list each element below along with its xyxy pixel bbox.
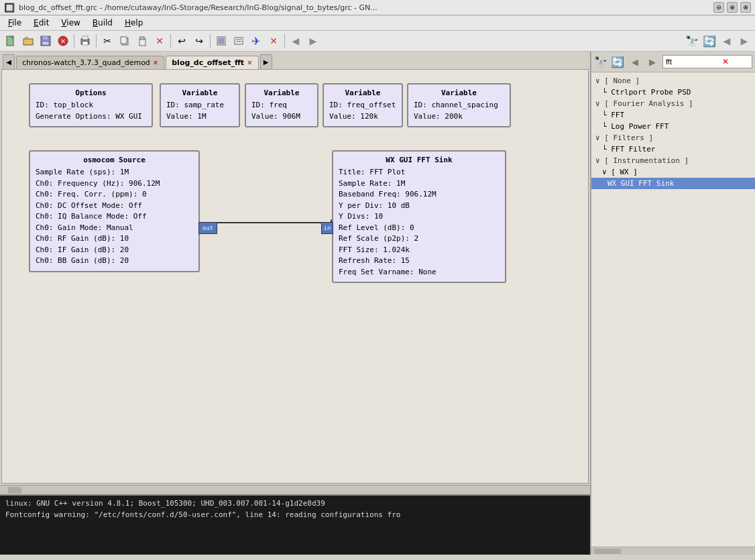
osmocom-row8: Ch0: IF Gain (dB): 20 xyxy=(36,245,193,256)
tree-filters[interactable]: ∨ [ Filters ] xyxy=(591,132,755,144)
fft-sink-in-port[interactable]: in xyxy=(321,222,333,234)
search-clear-icon[interactable]: ✕ xyxy=(722,57,729,66)
variable3-block[interactable]: Variable ID: freq_offset Value: 120k xyxy=(323,83,403,127)
toolbar-sep1 xyxy=(74,34,74,48)
tree-wx-gui-fft-sink[interactable]: WX GUI FFT Sink xyxy=(591,178,755,189)
tab-chronos-close[interactable]: ✕ xyxy=(153,59,158,66)
svg-rect-10 xyxy=(82,36,88,40)
delete-button[interactable]: ✕ xyxy=(152,33,168,49)
variable4-block[interactable]: Variable ID: channel_spacing Value: 200k xyxy=(407,83,511,127)
variable2-row1: ID: freq xyxy=(251,100,312,111)
save-button[interactable] xyxy=(38,33,54,49)
cut-button[interactable]: ✂ xyxy=(99,33,115,49)
tree-logpower[interactable]: └ Log Power FFT xyxy=(591,121,755,132)
nav-right-button[interactable]: ▶ xyxy=(305,33,321,49)
menu-edit[interactable]: Edit xyxy=(28,17,54,29)
osmocom-block[interactable]: osmocom Source Sample Rate (sps): 1M Ch0… xyxy=(29,150,200,272)
window-icon: 🔲 xyxy=(4,3,15,13)
tree-wx[interactable]: ∨ [ WX ] xyxy=(591,166,755,178)
svg-text:✕: ✕ xyxy=(60,38,66,45)
fft-row2: Sample Rate: 1M xyxy=(339,178,500,190)
right-btn1[interactable]: ◀ xyxy=(628,54,642,69)
fft-row1: Title: FFT Plot xyxy=(339,167,500,178)
redo-button[interactable]: ↪ xyxy=(191,33,207,49)
options-block[interactable]: Options ID: top_block Generate Options: … xyxy=(29,83,153,127)
tree-none[interactable]: ∨ [ None ] xyxy=(591,75,755,87)
svg-rect-5 xyxy=(43,36,48,40)
toolbar-right-btn2[interactable]: ▶ xyxy=(736,33,752,49)
variable1-block[interactable]: Variable ID: samp_rate Value: 1M xyxy=(160,83,240,127)
toolbar-sep3 xyxy=(170,34,171,48)
tree-fft-filter[interactable]: └ FFT Filter xyxy=(591,144,755,155)
block-btn1[interactable] xyxy=(213,33,229,49)
fft-row6: Ref Level (dB): 0 xyxy=(339,223,500,234)
run-button[interactable]: ✈ xyxy=(248,33,264,49)
tab-blog-label: blog_dc_offset_fft xyxy=(172,58,244,67)
variable1-title: Variable xyxy=(166,89,233,97)
new-button[interactable] xyxy=(3,33,19,49)
tab-nav-left[interactable]: ◀ xyxy=(3,54,15,69)
toolbar-right-btn1[interactable]: ◀ xyxy=(719,33,735,49)
tab-chronos-label: chronos-watch_3.7.3_quad_demod xyxy=(22,58,150,67)
open-button[interactable] xyxy=(20,33,36,49)
tab-chronos[interactable]: chronos-watch_3.7.3_quad_demod ✕ xyxy=(16,56,164,69)
svg-rect-18 xyxy=(235,38,243,44)
tree-instrumentation[interactable]: ∨ [ Instrumentation ] xyxy=(591,155,755,166)
svg-rect-13 xyxy=(121,37,127,44)
toolbar-sep4 xyxy=(210,34,211,48)
log-line1: linux: GNU C++ version 4.8.1; Boost_1053… xyxy=(5,498,585,510)
canvas-hscrollbar[interactable] xyxy=(0,485,590,494)
tree-fourier[interactable]: ∨ [ Fourier Analysis ] xyxy=(591,98,755,109)
osmocom-row2: Ch0: Frequency (Hz): 906.12M xyxy=(36,178,193,190)
copy-button[interactable] xyxy=(117,33,133,49)
canvas-area: ◀ chronos-watch_3.7.3_quad_demod ✕ blog_… xyxy=(0,52,591,555)
fft-row4: Y per Div: 10 dB xyxy=(339,201,500,212)
nav-left-button[interactable]: ◀ xyxy=(288,33,304,49)
canvas-workspace[interactable]: Options ID: top_block Generate Options: … xyxy=(1,69,589,484)
fft-sink-title: WX GUI FFT Sink xyxy=(339,156,500,164)
minimize-button[interactable]: ⊖ xyxy=(713,2,724,13)
menu-view[interactable]: View xyxy=(56,17,85,29)
close-red-button[interactable]: ✕ xyxy=(55,33,71,49)
stop-button[interactable]: ✕ xyxy=(266,33,282,49)
variable1-row1: ID: samp_rate xyxy=(166,100,233,111)
menu-build[interactable]: Build xyxy=(87,17,118,29)
close-button[interactable]: ⊗ xyxy=(740,2,751,13)
right-refresh-button[interactable]: 🔄 xyxy=(610,54,625,69)
variable2-row2: Value: 906M xyxy=(251,111,312,123)
right-btn2[interactable]: ▶ xyxy=(645,54,660,69)
block-btn2[interactable] xyxy=(231,33,247,49)
options-row2: Generate Options: WX GUI xyxy=(36,111,146,123)
maximize-button[interactable]: ⊕ xyxy=(727,2,738,13)
search-input[interactable] xyxy=(666,58,719,66)
tree-view: ∨ [ None ] └ Ctrlport Probe PSD ∨ [ Four… xyxy=(591,72,755,547)
osmocom-row7: Ch0: RF Gain (dB): 10 xyxy=(36,233,193,245)
svg-rect-15 xyxy=(140,37,144,40)
fft-row3: Baseband Freq: 906.12M xyxy=(339,189,500,201)
osmocom-out-port[interactable]: out xyxy=(198,222,217,234)
variable4-row2: Value: 200k xyxy=(414,111,504,123)
fft-row5: Y Divs: 10 xyxy=(339,211,500,223)
tree-ctrlport[interactable]: └ Ctrlport Probe PSD xyxy=(591,87,755,98)
menu-help[interactable]: Help xyxy=(119,17,148,29)
svg-marker-3 xyxy=(23,37,28,39)
right-scrollbar[interactable] xyxy=(591,547,755,555)
tab-blog[interactable]: blog_dc_offset_fft ✕ xyxy=(166,56,258,69)
fft-sink-block[interactable]: WX GUI FFT Sink Title: FFT Plot Sample R… xyxy=(332,150,506,283)
log-area: linux: GNU C++ version 4.8.1; Boost_1053… xyxy=(0,494,590,555)
fft-row9: Refresh Rate: 15 xyxy=(339,256,500,267)
find-button[interactable]: 🔭 xyxy=(684,33,700,49)
svg-rect-2 xyxy=(23,39,33,45)
menu-file[interactable]: File xyxy=(3,17,27,29)
variable2-block[interactable]: Variable ID: freq Value: 906M xyxy=(245,83,318,127)
osmocom-row4: Ch0: DC Offset Mode: Off xyxy=(36,201,193,212)
tree-fft[interactable]: └ FFT xyxy=(591,109,755,121)
undo-button[interactable]: ↩ xyxy=(174,33,190,49)
svg-rect-6 xyxy=(42,42,49,45)
tab-nav-right[interactable]: ▶ xyxy=(260,54,272,69)
osmocom-row1: Sample Rate (sps): 1M xyxy=(36,167,193,178)
tab-blog-close[interactable]: ✕ xyxy=(247,59,252,66)
paste-button[interactable] xyxy=(134,33,150,49)
refresh-button[interactable]: 🔄 xyxy=(701,33,717,49)
print-button[interactable] xyxy=(77,33,93,49)
